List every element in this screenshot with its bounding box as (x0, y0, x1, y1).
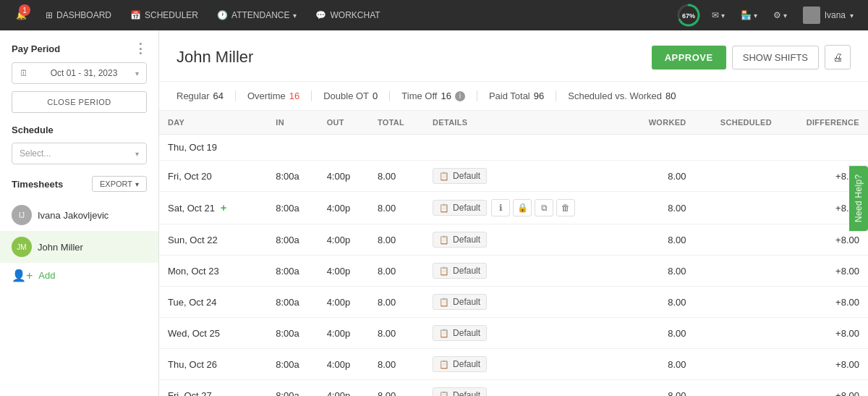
pay-period-header: Pay Period ⋮ (12, 42, 147, 55)
info-action-button[interactable]: ℹ (491, 199, 510, 216)
detail-badge[interactable]: 📋 Default (433, 294, 487, 310)
out-cell[interactable] (318, 135, 369, 161)
out-cell[interactable]: 4:00p (318, 161, 369, 192)
col-total: TOTAL (369, 111, 424, 135)
approve-button[interactable]: APPROVE (652, 46, 726, 69)
lock-action-button[interactable]: 🔒 (513, 199, 532, 216)
details-cell (424, 135, 623, 149)
in-cell[interactable]: 8:00a (267, 224, 318, 256)
row-actions: ℹ🔒⧉🗑 (491, 199, 575, 216)
worked-cell: 8.00 (623, 287, 695, 318)
mail-button[interactable]: ✉ ▾ (706, 7, 731, 23)
in-cell[interactable]: 8:00a (267, 287, 318, 318)
summary-double-ot: Double OT 0 (323, 90, 390, 101)
pay-period-section: Pay Period ⋮ 🗓 Oct 01 - 31, 2023 ▾ CLOSE… (0, 42, 158, 113)
nav-scheduler[interactable]: 📅 SCHEDULER (123, 0, 205, 30)
nav-workchat[interactable]: 💬 WORKCHAT (308, 0, 387, 30)
double-ot-label: Double OT (323, 90, 369, 101)
calendar-icon: 📅 (130, 10, 141, 20)
details-cell: 📋 Default (424, 256, 623, 286)
copy-action-button[interactable]: ⧉ (535, 199, 553, 216)
close-period-button[interactable]: CLOSE PERIOD (12, 91, 147, 113)
add-user-button[interactable]: 👤+ Add (0, 263, 158, 288)
total-cell: 8.00 (369, 318, 424, 349)
show-shifts-button[interactable]: SHOW SHIFTS (732, 46, 819, 69)
difference-cell (780, 135, 868, 161)
pay-period-menu-button[interactable]: ⋮ (134, 42, 147, 55)
out-cell[interactable]: 4:00p (318, 287, 369, 318)
in-cell[interactable]: 8:00a (267, 380, 318, 397)
lock-icon: 🔒 (517, 203, 528, 213)
total-cell: 8.00 (369, 192, 424, 224)
print-button[interactable]: 🖨 (825, 45, 851, 69)
col-scheduled: SCHEDULED (695, 111, 780, 135)
schedule-select[interactable]: Select... ▾ (12, 143, 147, 164)
avatar-initials-ivana: IJ (19, 211, 25, 219)
out-cell[interactable]: 4:00p (318, 256, 369, 287)
nav-attendance[interactable]: 🕐 ATTENDANCE ▾ (210, 0, 304, 30)
scheduled-cell (695, 318, 780, 349)
user-name-ivana: Ivana Jakovljevic (38, 210, 109, 221)
table-body: Thu, Oct 19Fri, Oct 208:00a4:00p8.00📋 De… (159, 135, 868, 397)
page-header: John Miller APPROVE SHOW SHIFTS 🖨 (159, 30, 868, 82)
out-cell[interactable]: 4:00p (318, 192, 369, 224)
add-shift-button[interactable]: + (215, 201, 229, 215)
avatar (803, 7, 820, 24)
detail-badge[interactable]: 📋 Default (433, 356, 487, 372)
out-cell[interactable]: 4:00p (318, 380, 369, 397)
detail-badge[interactable]: 📋 Default (433, 263, 487, 279)
calendar-badge-icon: 📋 (439, 391, 449, 397)
in-cell[interactable]: 8:00a (267, 161, 318, 192)
user-item-ivana[interactable]: IJ Ivana Jakovljevic (0, 199, 158, 231)
nav-dashboard[interactable]: ⊞ DASHBOARD (38, 0, 119, 30)
detail-badge[interactable]: 📋 Default (433, 200, 487, 216)
detail-badge[interactable]: 📋 Default (433, 168, 487, 184)
main-content: John Miller APPROVE SHOW SHIFTS 🖨 Regula… (159, 30, 868, 396)
delete-action-button[interactable]: 🗑 (556, 199, 575, 216)
pay-period-label: Pay Period (12, 43, 60, 54)
in-cell[interactable]: 8:00a (267, 349, 318, 380)
sidebar: Pay Period ⋮ 🗓 Oct 01 - 31, 2023 ▾ CLOSE… (0, 30, 159, 396)
settings-chevron: ▾ (783, 12, 787, 20)
summary-time-off: Time Off 16 i (401, 90, 477, 101)
notification-badge: 1 (19, 4, 30, 16)
store-button[interactable]: 🏪 ▾ (735, 7, 763, 23)
user-item-john[interactable]: JM John Miller (0, 231, 158, 263)
detail-badge[interactable]: 📋 Default (433, 387, 487, 396)
need-help-button[interactable]: Need Help? (849, 165, 868, 230)
scheduled-cell (695, 224, 780, 256)
worked-cell: 8.00 (623, 256, 695, 287)
details-cell: 📋 Default (424, 349, 623, 379)
out-cell[interactable]: 4:00p (318, 349, 369, 380)
scheduled-cell (695, 349, 780, 380)
time-off-info-icon[interactable]: i (455, 91, 465, 101)
in-cell[interactable]: 8:00a (267, 318, 318, 349)
settings-button[interactable]: ⚙ ▾ (767, 7, 793, 23)
day-cell: Mon, Oct 23 (159, 256, 267, 287)
in-cell[interactable]: 8:00a (267, 256, 318, 287)
detail-badge[interactable]: 📋 Default (433, 325, 487, 341)
chat-icon: 💬 (315, 10, 326, 20)
col-worked: WORKED (623, 111, 695, 135)
summary-paid-total: Paid Total 96 (489, 90, 556, 101)
user-menu-button[interactable]: Ivana ▾ (797, 4, 859, 27)
table-row: Sun, Oct 228:00a4:00p8.00📋 Default8.00+8… (159, 224, 868, 256)
date-range-picker[interactable]: 🗓 Oct 01 - 31, 2023 ▾ (12, 62, 147, 84)
notifications-button[interactable]: 🔔 1 (9, 0, 34, 30)
details-cell: 📋 Default (424, 224, 623, 255)
in-cell[interactable]: 8:00a (267, 192, 318, 224)
day-cell: Sat, Oct 21 + (159, 192, 267, 224)
table-header: DAY IN OUT TOTAL DETAILS WORKED SCHEDULE… (159, 111, 868, 135)
export-button[interactable]: EXPORT ▾ (92, 176, 147, 192)
export-chevron: ▾ (135, 180, 139, 188)
table-row: Fri, Oct 278:00a4:00p8.00📋 Default8.00+8… (159, 380, 868, 397)
in-cell[interactable] (267, 135, 318, 161)
timesheets-header: Timesheets EXPORT ▾ (0, 176, 158, 192)
detail-badge[interactable]: 📋 Default (433, 232, 487, 248)
store-chevron: ▾ (754, 12, 757, 20)
out-cell[interactable]: 4:00p (318, 224, 369, 256)
out-cell[interactable]: 4:00p (318, 318, 369, 349)
total-cell: 8.00 (369, 349, 424, 380)
calendar-badge-icon: 📋 (439, 266, 449, 276)
details-cell: 📋 Default (424, 287, 623, 317)
